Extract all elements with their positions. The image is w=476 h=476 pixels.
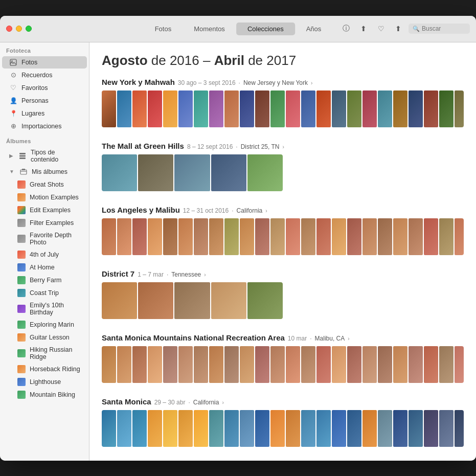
photo-cell[interactable]	[316, 346, 331, 383]
photo-cell[interactable]	[424, 218, 438, 255]
photo-cell[interactable]	[332, 346, 346, 383]
photo-cell[interactable]	[148, 346, 162, 383]
photo-cell[interactable]	[102, 90, 116, 127]
sidebar-album-hiking[interactable]: Hiking Russian Ridge	[2, 344, 87, 362]
photo-cell[interactable]	[362, 346, 377, 383]
photo-cell[interactable]	[255, 346, 269, 383]
photo-cell[interactable]	[439, 346, 454, 383]
maximize-button[interactable]	[26, 26, 32, 32]
photo-cell[interactable]	[163, 218, 177, 255]
photo-cell[interactable]	[378, 346, 392, 383]
search-input[interactable]	[422, 25, 468, 32]
photo-cell[interactable]	[163, 346, 177, 383]
photo-cell[interactable]	[255, 90, 269, 127]
photo-cell[interactable]	[409, 218, 423, 255]
photo-cell[interactable]	[163, 90, 177, 127]
photo-cell[interactable]	[270, 218, 285, 255]
photo-cell[interactable]	[362, 410, 377, 447]
export-button[interactable]: ⬆	[391, 21, 405, 36]
tab-fotos[interactable]: Fotos	[144, 22, 183, 35]
photo-cell[interactable]	[132, 218, 147, 255]
collection-mall-location[interactable]: District 25, TN	[241, 143, 280, 150]
sidebar-album-coast-trip[interactable]: Coast Trip	[2, 287, 87, 299]
photo-cell[interactable]	[132, 90, 147, 127]
photo-cell[interactable]	[194, 218, 208, 255]
photo-cell[interactable]	[270, 346, 285, 383]
photo-cell[interactable]	[247, 282, 283, 319]
photo-cell[interactable]	[301, 410, 315, 447]
photo-cell[interactable]	[347, 346, 361, 383]
info-button[interactable]: ⓘ	[339, 21, 353, 36]
photo-cell[interactable]	[247, 154, 283, 191]
photo-cell[interactable]	[424, 346, 438, 383]
sidebar-item-importaciones[interactable]: ⊕ Importaciones	[2, 120, 87, 132]
photo-cell[interactable]	[209, 346, 223, 383]
photo-cell[interactable]	[424, 410, 438, 447]
sidebar-item-tipos[interactable]: ▶ Tipos de contenido	[2, 147, 87, 165]
collection-santa-monica-location[interactable]: California	[193, 399, 219, 406]
sidebar-item-personas[interactable]: 👤 Personas	[2, 95, 87, 107]
photo-cell[interactable]	[316, 90, 331, 127]
photo-cell[interactable]	[209, 410, 223, 447]
photo-cell[interactable]	[117, 410, 131, 447]
photo-cell[interactable]	[194, 410, 208, 447]
photo-cell[interactable]	[209, 90, 223, 127]
sidebar-album-horseback[interactable]: Horseback Riding	[2, 363, 87, 375]
photo-cell[interactable]	[224, 346, 239, 383]
photo-cell[interactable]	[148, 218, 162, 255]
sidebar-item-fotos[interactable]: Fotos	[2, 56, 87, 69]
sidebar-album-filter-examples[interactable]: Filter Examples	[2, 217, 87, 229]
photo-cell[interactable]	[132, 410, 147, 447]
photo-cell[interactable]	[117, 346, 131, 383]
photo-cell[interactable]	[102, 346, 116, 383]
photo-cell[interactable]	[240, 346, 254, 383]
photo-cell[interactable]	[174, 154, 210, 191]
photo-cell[interactable]	[224, 218, 239, 255]
photo-cell[interactable]	[224, 90, 239, 127]
photo-cell[interactable]	[362, 90, 377, 127]
sidebar-album-edit-examples[interactable]: Edit Examples	[2, 204, 87, 216]
photo-cell[interactable]	[332, 90, 346, 127]
favorite-button[interactable]: ♡	[374, 21, 388, 36]
photo-cell[interactable]	[102, 410, 116, 447]
photo-cell[interactable]	[240, 218, 254, 255]
collection-district7-strip[interactable]	[102, 282, 283, 319]
share-button[interactable]: ⬆	[356, 21, 371, 36]
sidebar-album-great-shots[interactable]: Great Shots	[2, 178, 87, 191]
photo-cell[interactable]	[286, 218, 300, 255]
sidebar-item-mis-albumes[interactable]: ▼ Mis álbumes	[2, 166, 87, 178]
sidebar-album-emilys-birthday[interactable]: Emily's 10th Birthday	[2, 300, 87, 318]
photo-cell[interactable]	[286, 410, 300, 447]
photo-cell[interactable]	[163, 410, 177, 447]
collection-santa-monica-strip[interactable]	[102, 410, 464, 447]
photo-cell[interactable]	[393, 90, 407, 127]
photo-cell[interactable]	[316, 410, 331, 447]
photo-cell[interactable]	[455, 90, 464, 127]
sidebar-album-4th-july[interactable]: 4th of July	[2, 248, 87, 261]
photo-cell[interactable]	[240, 90, 254, 127]
photo-cell[interactable]	[378, 410, 392, 447]
photo-cell[interactable]	[393, 410, 407, 447]
sidebar-item-favoritos[interactable]: ♡ Favoritos	[2, 82, 87, 94]
tab-momentos[interactable]: Momentos	[183, 22, 236, 35]
collection-new-york-strip[interactable]	[102, 90, 464, 127]
photo-cell[interactable]	[409, 346, 423, 383]
collection-district7-location[interactable]: Tennessee	[171, 271, 201, 278]
photo-cell[interactable]	[132, 346, 147, 383]
minimize-button[interactable]	[16, 26, 22, 32]
photo-cell[interactable]	[332, 218, 346, 255]
photo-cell[interactable]	[455, 410, 464, 447]
photo-cell[interactable]	[102, 282, 137, 319]
collection-new-york-location[interactable]: New Jersey y New York	[243, 79, 308, 86]
photo-cell[interactable]	[240, 410, 254, 447]
photo-cell[interactable]	[347, 410, 361, 447]
photo-cell[interactable]	[102, 154, 137, 191]
sidebar-item-lugares[interactable]: 📍 Lugares	[2, 107, 87, 120]
photo-cell[interactable]	[138, 154, 173, 191]
photo-cell[interactable]	[316, 218, 331, 255]
collection-smmnra-strip[interactable]	[102, 346, 464, 383]
sidebar-album-motion-examples[interactable]: Motion Examples	[2, 191, 87, 203]
photo-cell[interactable]	[455, 218, 464, 255]
photo-cell[interactable]	[409, 410, 423, 447]
photo-cell[interactable]	[255, 218, 269, 255]
